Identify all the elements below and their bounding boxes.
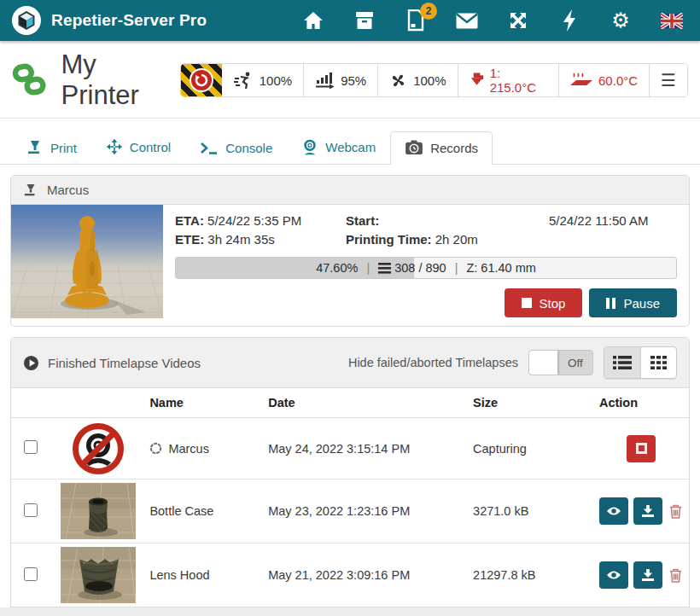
tab-records[interactable]: Records xyxy=(390,131,493,165)
emergency-stop-button[interactable] xyxy=(181,64,222,96)
bed-temp-value: 60.0°C xyxy=(598,73,638,88)
stop-capture-button[interactable] xyxy=(627,435,656,462)
toggle-state-label: Off xyxy=(558,357,592,369)
timelapse-panel: Finished Timelapse Videos Hide failed/ab… xyxy=(10,337,690,616)
grid-view-icon xyxy=(650,355,668,370)
hamburger-icon: ☰ xyxy=(661,70,676,90)
bed-icon xyxy=(570,72,592,89)
z-height: Z: 61.40 mm xyxy=(466,261,535,275)
print-info: ETA: 5/24/22 5:35 PM Start: 5/24/22 11:5… xyxy=(163,205,689,326)
start-value: 5/24/22 11:50 AM xyxy=(549,213,648,228)
layer-progress: 308 / 890 xyxy=(394,261,446,275)
tab-control-label: Control xyxy=(130,140,171,154)
topbar-icon-menu: 2 ⚙ xyxy=(302,9,688,32)
top-navigation-bar: Repetier-Server Pro 2 xyxy=(0,0,700,41)
download-video-button[interactable] xyxy=(633,561,662,589)
list-view-button[interactable] xyxy=(604,347,640,378)
video-size: 21297.8 kB xyxy=(468,543,594,607)
fan-icon xyxy=(389,72,407,90)
tab-webcam[interactable]: Webcam xyxy=(287,130,390,165)
hide-failed-label: Hide failed/aborted Timelapses xyxy=(348,356,518,369)
tab-console[interactable]: Console xyxy=(185,132,287,165)
timelapse-table: Name Date Size Action xyxy=(11,388,689,607)
printer-header: My Printer 100% xyxy=(0,41,700,119)
timelapse-header-controls: Hide failed/aborted Timelapses Off xyxy=(348,346,677,379)
status-bed-temp[interactable]: 60.0°C xyxy=(559,64,650,96)
archive-box-icon[interactable] xyxy=(353,9,376,32)
status-flow[interactable]: 95% xyxy=(304,64,378,96)
settings-gear-icon[interactable]: ⚙ xyxy=(610,9,632,32)
print-time-info: ETA: 5/24/22 5:35 PM Start: 5/24/22 11:5… xyxy=(175,213,677,247)
webcam-tab-icon xyxy=(301,138,318,155)
column-name: Name xyxy=(144,388,263,418)
pause-icon xyxy=(606,298,615,309)
power-actions-icon[interactable] xyxy=(558,9,580,32)
printing-time-value: 2h 20m xyxy=(435,232,478,247)
eye-icon xyxy=(606,570,621,580)
download-video-button[interactable] xyxy=(633,497,662,525)
fullscreen-icon[interactable] xyxy=(507,9,529,32)
trash-icon xyxy=(669,504,682,519)
tab-print[interactable]: Print xyxy=(12,131,91,165)
pause-button[interactable]: Pause xyxy=(589,288,677,317)
print-tab-icon xyxy=(26,140,44,155)
printer-status-bar: 100% 95% 100% xyxy=(180,63,688,97)
status-extruder-temp[interactable]: 1: 215.0°C xyxy=(458,64,559,96)
tab-control[interactable]: Control xyxy=(91,130,185,165)
hide-failed-toggle[interactable]: Off xyxy=(528,350,593,375)
stop-button[interactable]: Stop xyxy=(505,288,583,317)
language-flag-icon[interactable] xyxy=(661,9,683,32)
row-checkbox[interactable] xyxy=(24,503,38,517)
job-name: Marcus xyxy=(47,183,89,197)
status-speed[interactable]: 100% xyxy=(222,64,304,96)
lens-hood-thumbnail xyxy=(61,547,136,603)
trash-icon xyxy=(669,568,682,583)
column-size: Size xyxy=(468,388,594,418)
speed-value: 100% xyxy=(260,73,292,88)
list-view-icon xyxy=(613,355,632,370)
timelapse-title-group: Finished Timelapse Videos xyxy=(23,355,201,371)
table-header-row: Name Date Size Action xyxy=(11,388,689,418)
video-date: May 21, 2022 3:09:16 PM xyxy=(263,543,468,607)
row-checkbox[interactable] xyxy=(24,440,38,454)
logo-hexagon-icon xyxy=(16,10,37,31)
play-circle-icon xyxy=(23,355,39,371)
control-tab-icon xyxy=(106,138,123,155)
capturing-spinner-icon xyxy=(149,442,162,455)
home-icon[interactable] xyxy=(302,9,324,32)
row-checkbox[interactable] xyxy=(24,567,38,581)
layers-icon xyxy=(378,263,391,274)
job-print-icon xyxy=(23,183,38,197)
table-row-bottle-case: Bottle Case May 23, 2022 1:23:16 PM 3271… xyxy=(11,479,689,543)
ete-value: 3h 24m 35s xyxy=(207,232,274,247)
console-tab-icon xyxy=(200,142,219,155)
progress-text: 47.60% | 308 / 890 | Z: 61.40 mm xyxy=(176,258,676,278)
tab-console-label: Console xyxy=(225,141,272,155)
video-date: May 24, 2022 3:15:14 PM xyxy=(263,418,468,479)
page-bottom-strip xyxy=(0,607,700,616)
view-video-button[interactable] xyxy=(599,561,628,589)
connection-link-icon[interactable] xyxy=(12,63,48,97)
video-date: May 23, 2022 1:23:16 PM xyxy=(263,479,468,543)
view-video-button[interactable] xyxy=(599,497,628,525)
print-queue-icon[interactable]: 2 xyxy=(405,9,427,32)
emergency-stop-icon xyxy=(190,68,213,92)
repetier-logo[interactable] xyxy=(12,6,41,35)
tab-webcam-label: Webcam xyxy=(325,140,376,154)
bottle-case-thumbnail xyxy=(61,483,136,539)
printer-menu-button[interactable]: ☰ xyxy=(650,64,687,96)
delete-video-button[interactable] xyxy=(668,568,684,583)
column-date: Date xyxy=(263,388,468,418)
grid-view-button[interactable] xyxy=(640,347,676,378)
app-title: Repetier-Server Pro xyxy=(51,11,207,30)
timelapse-title: Finished Timelapse Videos xyxy=(48,356,201,370)
printing-time-label: Printing Time: xyxy=(346,232,432,247)
toggle-knob xyxy=(529,351,558,375)
status-fan[interactable]: 100% xyxy=(378,64,458,96)
tab-records-label: Records xyxy=(430,141,478,155)
fan-value: 100% xyxy=(413,73,446,88)
speed-icon xyxy=(233,72,254,89)
delete-video-button[interactable] xyxy=(668,504,684,519)
messages-icon[interactable] xyxy=(456,9,478,32)
tab-print-label: Print xyxy=(50,141,77,155)
